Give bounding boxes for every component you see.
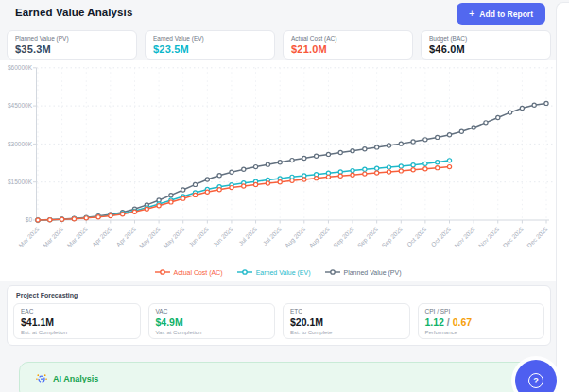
project-forecasting-section: Project Forecasting EAC $41.1M Est. at C… bbox=[7, 285, 551, 346]
legend-label: Planned Value (PV) bbox=[344, 269, 402, 276]
forecast-card-cpi-spi: CPI / SPI 1.12 / 0.67 Performance bbox=[418, 303, 545, 339]
forecast-card-etc: ETC $20.1M Est. to Complete bbox=[283, 303, 410, 339]
add-to-report-label: Add to Report bbox=[479, 9, 533, 19]
svg-text:May 2025: May 2025 bbox=[138, 225, 163, 249]
svg-text:Dec 2025: Dec 2025 bbox=[501, 225, 525, 248]
svg-text:$15000K: $15000K bbox=[8, 179, 33, 185]
svg-text:Oct 2025: Oct 2025 bbox=[405, 225, 428, 247]
plus-icon: + bbox=[469, 9, 474, 19]
chart-legend: Actual Cost (AC)Earned Value (EV)Planned… bbox=[0, 268, 556, 276]
kpi-label: Budget (BAC) bbox=[429, 35, 543, 42]
svg-text:$60000K: $60000K bbox=[8, 64, 33, 71]
help-icon: ? bbox=[528, 373, 543, 388]
svg-text:May 2025: May 2025 bbox=[162, 225, 186, 249]
kpi-value: $21.0M bbox=[291, 43, 405, 55]
legend-marker-icon bbox=[237, 268, 252, 276]
svg-text:Sep 2025: Sep 2025 bbox=[380, 225, 405, 249]
kpi-value: $35.3M bbox=[15, 43, 129, 55]
forecast-card-vac: VAC $4.9M Var. at Completion bbox=[148, 303, 276, 339]
cpi-spi-value: 1.12 / 0.67 bbox=[425, 316, 538, 328]
forecast-sublabel: Var. at Completion bbox=[156, 330, 268, 335]
svg-text:$45000K: $45000K bbox=[8, 102, 33, 109]
kpi-card-budget: Budget (BAC) $46.0M bbox=[421, 30, 551, 60]
add-to-report-button[interactable]: + Add to Report bbox=[457, 3, 545, 25]
forecast-sublabel: Performance bbox=[425, 330, 538, 335]
legend-item-earned-value-ev-[interactable]: Earned Value (EV) bbox=[237, 268, 311, 276]
kpi-label: Planned Value (PV) bbox=[15, 35, 129, 42]
idea-sparkle-icon bbox=[36, 373, 47, 384]
svg-text:Mar 2025: Mar 2025 bbox=[66, 225, 90, 248]
forecast-label: ETC bbox=[290, 308, 403, 315]
svg-text:Sep 2025: Sep 2025 bbox=[332, 225, 356, 249]
legend-marker-icon bbox=[325, 268, 340, 276]
forecast-value: $4.9M bbox=[156, 316, 268, 328]
svg-text:Aug 2025: Aug 2025 bbox=[284, 225, 308, 249]
kpi-label: Actual Cost (AC) bbox=[291, 35, 405, 42]
forecasting-title: Project Forecasting bbox=[16, 292, 544, 298]
kpi-row: Planned Value (PV) $35.3M Earned Value (… bbox=[7, 30, 551, 60]
forecast-sublabel: Est. at Completion bbox=[21, 330, 133, 335]
svg-text:Nov 2025: Nov 2025 bbox=[477, 225, 501, 248]
forecast-label: EAC bbox=[21, 308, 133, 315]
legend-label: Actual Cost (AC) bbox=[174, 269, 223, 276]
forecast-label: VAC bbox=[156, 308, 268, 315]
svg-text:Sep 2025: Sep 2025 bbox=[356, 225, 381, 249]
svg-text:$30000K: $30000K bbox=[8, 141, 33, 147]
ai-analysis-section[interactable]: AI Analysis bbox=[19, 362, 545, 392]
forecast-label: CPI / SPI bbox=[425, 308, 538, 315]
forecast-sublabel: Est. to Complete bbox=[290, 330, 403, 335]
kpi-card-earned-value: Earned Value (EV) $23.5M bbox=[145, 30, 275, 60]
forecast-value: $41.1M bbox=[21, 316, 133, 328]
svg-text:Jun 2025: Jun 2025 bbox=[187, 225, 210, 247]
svg-text:Jul 2025: Jul 2025 bbox=[237, 225, 259, 247]
kpi-label: Earned Value (EV) bbox=[153, 35, 267, 42]
earned-value-chart[interactable]: $0$15000K$30000K$45000K$60000KMar 2025Ma… bbox=[0, 59, 556, 283]
svg-text:Mar 2025: Mar 2025 bbox=[42, 225, 65, 248]
kpi-card-actual-cost: Actual Cost (AC) $21.0M bbox=[283, 30, 413, 60]
help-button[interactable]: ? bbox=[515, 360, 557, 392]
svg-text:Jul 2025: Jul 2025 bbox=[262, 225, 284, 247]
forecast-value: $20.1M bbox=[290, 316, 403, 328]
legend-item-planned-value-pv-[interactable]: Planned Value (PV) bbox=[325, 268, 402, 276]
kpi-card-planned-value: Planned Value (PV) $35.3M bbox=[7, 30, 137, 60]
forecast-card-eac: EAC $41.1M Est. at Completion bbox=[13, 303, 141, 339]
svg-text:Oct 2025: Oct 2025 bbox=[430, 225, 453, 247]
svg-text:Apr 2025: Apr 2025 bbox=[115, 225, 139, 248]
svg-text:Mar 2025: Mar 2025 bbox=[17, 225, 41, 248]
kpi-value: $46.0M bbox=[429, 43, 543, 55]
svg-text:Apr 2025: Apr 2025 bbox=[91, 225, 114, 248]
legend-marker-icon bbox=[155, 268, 170, 276]
page-title: Earned Value Analysis bbox=[15, 7, 132, 18]
svg-text:Dec 2025: Dec 2025 bbox=[526, 225, 549, 248]
legend-label: Earned Value (EV) bbox=[256, 269, 311, 276]
adjacent-panel-edge bbox=[556, 2, 569, 392]
ai-analysis-title: AI Analysis bbox=[53, 374, 98, 383]
kpi-value: $23.5M bbox=[153, 43, 267, 55]
svg-text:Nov 2025: Nov 2025 bbox=[453, 225, 476, 248]
legend-item-actual-cost-ac-[interactable]: Actual Cost (AC) bbox=[155, 268, 223, 276]
svg-text:Aug 2025: Aug 2025 bbox=[307, 225, 332, 249]
svg-text:Jun 2025: Jun 2025 bbox=[212, 225, 234, 247]
svg-text:$0: $0 bbox=[26, 216, 33, 223]
